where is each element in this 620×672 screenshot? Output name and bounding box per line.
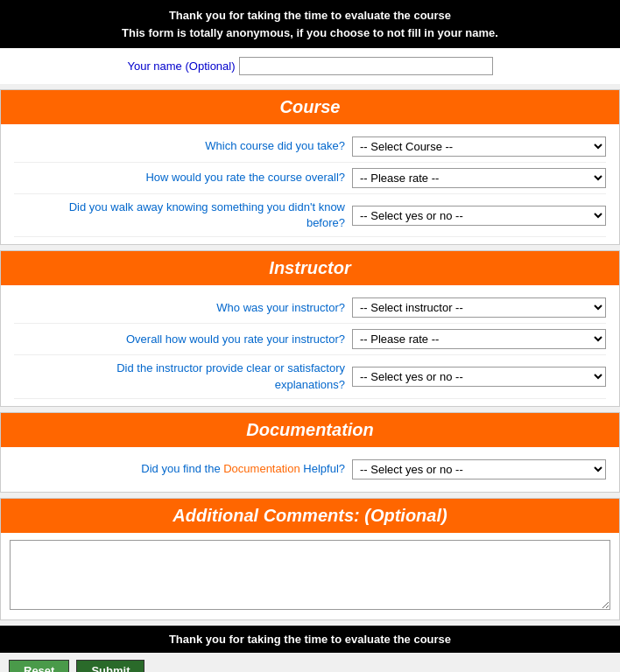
course-select-2[interactable]: -- Please rate -- — [352, 168, 606, 188]
course-label-2: How would you rate the course overall? — [145, 170, 345, 186]
name-input[interactable] — [239, 57, 493, 75]
header-line2: This form is totally anonymous, if you c… — [9, 24, 611, 42]
instructor-select-1[interactable]: -- Select instructor -- — [352, 298, 606, 318]
submit-button[interactable]: Submit — [76, 660, 144, 672]
header-line1: Thank you for taking the time to evaluat… — [9, 7, 611, 24]
documentation-section: Documentation Did you find the Documenta… — [0, 412, 620, 493]
documentation-label-1: Did you find the Documentation Helpful? — [141, 461, 345, 477]
documentation-section-body: Did you find the Documentation Helpful? … — [1, 447, 619, 492]
instructor-row-3: Did the instructor provide clear or sati… — [14, 355, 606, 398]
instructor-label-1: Who was your instructor? — [216, 300, 345, 316]
course-row-2: How would you rate the course overall? -… — [14, 163, 606, 194]
documentation-select-1[interactable]: -- Select yes or no -- — [352, 459, 606, 480]
course-row-3: Did you walk away knowing something you … — [14, 194, 606, 237]
instructor-row-1: Who was your instructor? -- Select instr… — [14, 292, 606, 324]
name-row: Your name (Optional) — [0, 48, 620, 84]
instructor-select-2[interactable]: -- Please rate -- — [352, 329, 606, 349]
comments-textarea-wrapper — [1, 533, 619, 620]
course-label-3: Did you walk away knowing something you … — [69, 200, 345, 231]
instructor-label-3: Did the instructor provide clear or sati… — [116, 360, 345, 392]
comments-section-header: Additional Comments: (Optional) — [1, 499, 619, 533]
course-label-1: Which course did you take? — [205, 138, 345, 154]
comments-section: Additional Comments: (Optional) — [0, 498, 620, 620]
name-label: Your name (Optional) — [127, 60, 235, 73]
comments-textarea[interactable] — [10, 540, 610, 610]
course-select-1[interactable]: -- Select Course -- — [352, 136, 606, 157]
instructor-label-2: Overall how would you rate your instruct… — [126, 332, 345, 347]
course-row-1: Which course did you take? -- Select Cou… — [14, 131, 606, 163]
course-section-body: Which course did you take? -- Select Cou… — [1, 124, 619, 244]
course-section: Course Which course did you take? -- Sel… — [0, 89, 620, 245]
course-section-header: Course — [1, 90, 619, 124]
instructor-section-body: Who was your instructor? -- Select instr… — [1, 285, 619, 405]
buttons-row: Reset Submit — [0, 653, 620, 672]
reset-button[interactable]: Reset — [9, 660, 69, 672]
documentation-row-1: Did you find the Documentation Helpful? … — [14, 454, 606, 485]
instructor-section: Instructor Who was your instructor? -- S… — [0, 250, 620, 406]
documentation-section-header: Documentation — [1, 413, 619, 447]
instructor-section-header: Instructor — [1, 251, 619, 285]
header-banner: Thank you for taking the time to evaluat… — [0, 0, 620, 48]
course-select-3[interactable]: -- Select yes or no -- — [352, 206, 606, 226]
instructor-row-2: Overall how would you rate your instruct… — [14, 324, 606, 355]
footer-banner: Thank you for taking the time to evaluat… — [0, 626, 620, 653]
instructor-select-3[interactable]: -- Select yes or no -- — [352, 367, 606, 387]
